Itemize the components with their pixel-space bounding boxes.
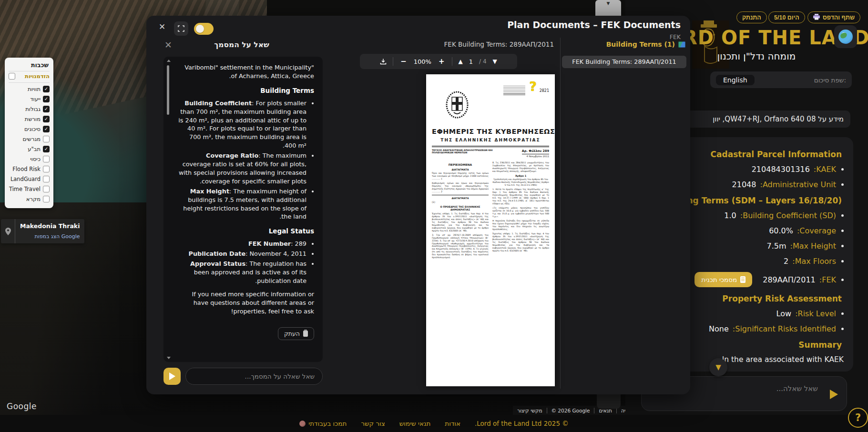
fullscreen-icon[interactable] bbox=[174, 21, 188, 36]
term-label: Approval Status bbox=[190, 260, 245, 267]
layer-label: LandGuard bbox=[9, 176, 41, 182]
checkbox-risks[interactable]: ✓ bbox=[43, 126, 50, 132]
chat-section-heading: Legal Status bbox=[177, 227, 314, 236]
row-value: 7.5m bbox=[767, 241, 786, 251]
share-print-button[interactable]: שתף והדפס bbox=[807, 11, 860, 23]
checkbox-coverage[interactable] bbox=[43, 156, 50, 162]
checkbox-flood-risk[interactable] bbox=[43, 166, 50, 172]
triangle-down-icon: ▼ bbox=[607, 1, 610, 6]
language-select[interactable]: English bbox=[716, 75, 755, 85]
chat-mode-toggle[interactable] bbox=[194, 23, 214, 35]
layer-row-landguard[interactable]: LandGuard bbox=[9, 174, 50, 184]
globe-button[interactable] bbox=[834, 25, 857, 48]
layer-row-flood-risk[interactable]: Flood Risk bbox=[9, 164, 50, 174]
layer-label: גבולות bbox=[9, 106, 41, 112]
bullet-dot bbox=[841, 168, 844, 171]
footer-link-support[interactable]: תמכו בעבודתי bbox=[299, 420, 347, 427]
footer-link-contact[interactable]: צור קשר bbox=[361, 420, 385, 427]
gazette-paragraph: Η παρούσα διάταξη δεν εφαρμόζεται σε γήπ… bbox=[492, 220, 549, 231]
term-label: Publication Date bbox=[189, 250, 246, 257]
chat-list-item: Coverage Ratio: The maximum coverage rat… bbox=[177, 151, 306, 186]
current-page[interactable]: 1 bbox=[469, 58, 473, 65]
scrollbar-up-icon[interactable] bbox=[167, 60, 171, 62]
checkbox-landguard[interactable] bbox=[43, 176, 50, 182]
layers-panel: שכבות הזדמנויות תוויות ✓ ייעוד ✓ גבולות … bbox=[5, 58, 53, 208]
layer-row-time-travel[interactable]: Time Travel bbox=[9, 184, 50, 194]
layer-row-legend[interactable]: מקרא bbox=[9, 194, 50, 204]
toc-entry: Όροι και περιορισμοί δόμησης εκτός των ο… bbox=[432, 172, 489, 181]
layer-row-heritage[interactable]: מורשת ✓ bbox=[9, 114, 50, 124]
decree-number: (1) bbox=[432, 201, 489, 204]
term-label: Building Coefficient bbox=[184, 100, 252, 107]
layer-row-zoning[interactable]: ייעוד ✓ bbox=[9, 94, 50, 104]
signature-question-mark: ? bbox=[529, 79, 537, 94]
toc-entry: Καθορισμός ορίων και όρων και περιορισμώ… bbox=[432, 182, 489, 193]
support-label: תמכו בעבודתי bbox=[308, 420, 347, 427]
location-popup: Makedonia Thraki הצג במפות Google bbox=[1, 219, 84, 243]
checkbox-time-travel[interactable] bbox=[43, 186, 50, 192]
checkbox-heritage[interactable]: ✓ bbox=[43, 116, 50, 122]
zoom-out-button[interactable]: − bbox=[399, 58, 408, 65]
daily-quota-button[interactable]: היום 5/10 bbox=[768, 11, 805, 23]
bullet-dot bbox=[841, 183, 844, 186]
layer-row-urban-plan[interactable]: תב"ע ✓ bbox=[9, 144, 50, 154]
row-value: None bbox=[709, 324, 729, 333]
bullet-dot bbox=[841, 214, 844, 217]
page-up-icon[interactable]: ▲ bbox=[459, 58, 463, 65]
copy-button[interactable]: העתק bbox=[278, 327, 314, 340]
app-root: Google מקשי קיצור © 2026 Google תנאים די… bbox=[0, 0, 868, 432]
layer-row-risks[interactable]: סיכונים ✓ bbox=[9, 124, 50, 134]
scroll-down-button[interactable]: ▼ bbox=[709, 358, 727, 376]
layer-row-borders[interactable]: גבולות ✓ bbox=[9, 104, 50, 114]
row-label: FEK: bbox=[819, 275, 836, 284]
layer-row-labels[interactable]: תוויות ✓ bbox=[9, 84, 50, 94]
footer-link-terms[interactable]: תנאי שימוש bbox=[399, 420, 431, 427]
checkbox-zoning[interactable]: ✓ bbox=[43, 96, 50, 102]
zoom-in-button[interactable]: + bbox=[438, 58, 446, 65]
page-down-icon[interactable]: ▼ bbox=[493, 58, 497, 65]
row-value: Low bbox=[776, 309, 792, 318]
doc-list-item-selected[interactable]: FEK Building Terms: 289ΑΑΠ/2011 bbox=[562, 56, 686, 68]
download-icon[interactable] bbox=[380, 58, 387, 65]
layer-row-plots[interactable]: מגרשים bbox=[9, 134, 50, 144]
checkbox-opportunities[interactable] bbox=[9, 73, 15, 80]
term-label: Max Height bbox=[190, 188, 229, 195]
scrollbar-thumb[interactable] bbox=[167, 65, 169, 115]
modal-close-icon[interactable]: ✕ bbox=[159, 22, 165, 31]
share-print-label: שתף והדפס bbox=[823, 14, 855, 21]
pdf-toolbar: − 100% + ▲ 1 / 4 ▼ bbox=[360, 54, 517, 69]
article-heading: Άρθρο 1 bbox=[492, 174, 549, 178]
checkbox-borders[interactable]: ✓ bbox=[43, 106, 50, 112]
decrees-heading: ΔΙΑΤΑΓΜΑΤΑ bbox=[432, 168, 489, 171]
logout-button[interactable]: התנתק bbox=[736, 11, 767, 23]
decrees-heading: ΔΙΑΤΑΓΜΑΤΑ bbox=[432, 197, 489, 200]
toolbar-divider bbox=[452, 57, 452, 66]
checkbox-legend[interactable] bbox=[43, 196, 50, 202]
attribution-shortcuts[interactable]: מקשי קיצור bbox=[513, 408, 547, 413]
row-value: 21048 bbox=[732, 180, 756, 189]
layer-row-opportunities[interactable]: הזדמנויות bbox=[9, 71, 50, 83]
row-label: Max Height: bbox=[790, 241, 836, 251]
layer-row-coverage[interactable]: כיסוי bbox=[9, 154, 50, 164]
map-pin-icon bbox=[1, 219, 15, 243]
send-icon[interactable] bbox=[830, 390, 838, 399]
show-in-google-maps-link[interactable]: הצג במפות Google bbox=[20, 233, 80, 240]
scrollbar-down-icon[interactable] bbox=[167, 357, 171, 359]
checkbox-labels[interactable]: ✓ bbox=[43, 86, 50, 92]
toolbar-divider bbox=[393, 57, 393, 66]
chat-title: שאל על המסמך bbox=[161, 40, 323, 49]
chat-list-item: FEK Number: 289 bbox=[177, 240, 306, 248]
checkbox-plots[interactable] bbox=[43, 136, 50, 142]
article-subheading: Τροποποίηση και συμπλήρωση του άρθρου 85… bbox=[492, 178, 549, 187]
gazette-subtitle: ΤΗΣ ΕΛΛΗΝΙΚΗΣ ΔΗΜΟΚΡΑΤΙΑΣ bbox=[432, 138, 549, 142]
row-value: 2 bbox=[784, 257, 788, 266]
chat-question-input[interactable] bbox=[185, 368, 323, 385]
chat-scrollbar bbox=[165, 59, 171, 360]
footer-link-about[interactable]: אודות bbox=[445, 420, 460, 427]
checkbox-urban-plan[interactable]: ✓ bbox=[43, 146, 50, 152]
layer-label: ייעוד bbox=[9, 96, 41, 102]
help-button[interactable]: ? bbox=[848, 408, 868, 428]
plan-documents-button[interactable]: מסמכי תכנית bbox=[694, 272, 752, 287]
layer-label: מקרא bbox=[9, 196, 41, 202]
chat-send-button[interactable] bbox=[163, 368, 181, 385]
